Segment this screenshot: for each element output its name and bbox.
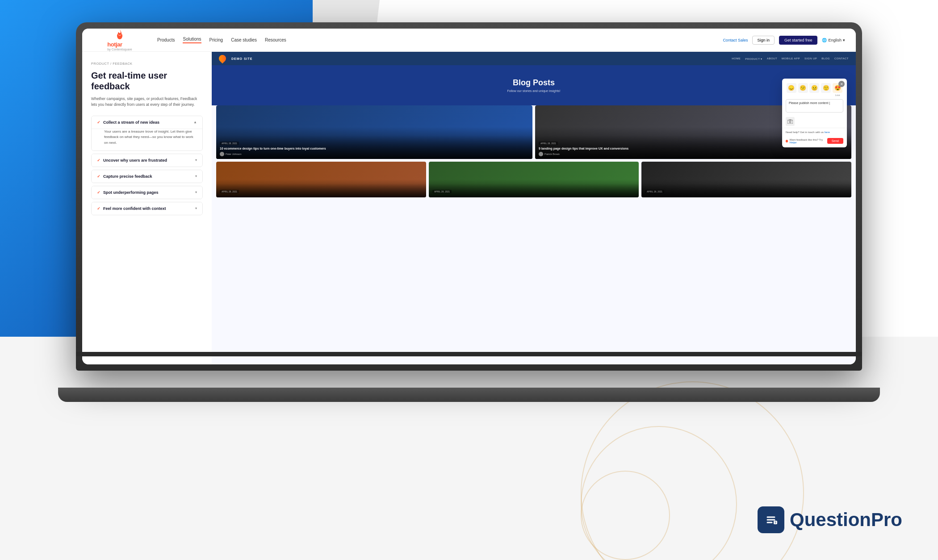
blog-author-name-2: Patrick Brown: [544, 153, 560, 155]
qp-icon: ?: [758, 506, 784, 533]
nav-solutions[interactable]: Solutions: [183, 37, 201, 43]
acc-title-5: ✓ Feel more confident with context: [97, 206, 166, 211]
blog-card-overlay-5: APRIL 28, 2021: [641, 184, 851, 197]
demo-nav-contact[interactable]: CONTACT: [834, 57, 849, 60]
demo-nav-signup[interactable]: SIGN UP: [804, 57, 817, 60]
svg-text:?: ?: [775, 521, 776, 524]
site-nav: hotjar by Contentsquare Products Solutio…: [82, 29, 856, 52]
check-icon-5: ✓: [97, 206, 100, 211]
emoji-item-2: 😕: [798, 83, 808, 96]
acc-chevron-5: ▾: [195, 206, 197, 210]
demo-logo: DEMO SITE: [219, 55, 253, 62]
nav-links: Products Solutions Pricing Case studies …: [157, 37, 723, 43]
get-started-btn[interactable]: Get started free: [779, 36, 818, 45]
laptop-base: [58, 388, 880, 402]
acc-title-3: ✓ Capture precise feedback: [97, 174, 152, 179]
nav-pricing[interactable]: Pricing: [209, 38, 223, 42]
qp-brand-text: QuestionPro: [790, 509, 902, 531]
blog-hero-title: Blog Posts: [513, 78, 555, 88]
laptop-hinge: [76, 352, 862, 356]
demo-nav-home[interactable]: HOME: [732, 57, 741, 60]
blog-row-small: APRIL 28, 2021 APRIL 28, 2021: [212, 159, 856, 200]
blog-card-author-1: Peter Johnson: [220, 152, 529, 156]
popup-send-row: Want feedback like this? Try Hotjar Send: [782, 136, 847, 147]
acc-header-2[interactable]: ✓ Uncover why users are frustrated ▾: [92, 154, 202, 167]
blog-card-5: APRIL 28, 2021: [641, 162, 851, 197]
hotjar-sub: by Contentsquare: [107, 48, 132, 51]
demo-nav-links: HOME PRODUCT ▾ ABOUT MOBILE APP SIGN UP …: [732, 57, 849, 60]
blog-card-author-2: Patrick Brown: [539, 152, 848, 156]
nav-right: Contact Sales Sign in Get started free 🌐…: [723, 36, 845, 45]
acc-body-1: Your users are a treasure trove of insig…: [92, 129, 202, 150]
blog-card-overlay-1: APRIL 28, 2021 10 ecommerce design tips …: [216, 135, 532, 159]
site-content: PRODUCT / FEEDBACK Get real-time user fe…: [82, 52, 856, 364]
content-left: PRODUCT / FEEDBACK Get real-time user fe…: [82, 52, 212, 364]
nav-resources[interactable]: Resources: [265, 38, 286, 42]
blog-row-large: APRIL 28, 2021 10 ecommerce design tips …: [212, 105, 856, 159]
popup-close-btn[interactable]: ✕: [838, 81, 845, 87]
blog-date-1: APRIL 28, 2021: [220, 142, 239, 145]
acc-label-2: Uncover why users are frustrated: [103, 158, 167, 163]
blog-card-1: APRIL 28, 2021 10 ecommerce design tips …: [216, 105, 532, 159]
acc-title-4: ✓ Spot underperforming pages: [97, 190, 159, 195]
emoji-love-label: Love: [835, 94, 840, 96]
demo-nav-blog[interactable]: BLOG: [821, 57, 830, 60]
emoji-happy[interactable]: 🙂: [821, 83, 831, 93]
content-right: DEMO SITE HOME PRODUCT ▾ ABOUT MOBILE AP…: [212, 52, 856, 364]
demo-site-name: DEMO SITE: [231, 57, 253, 60]
emoji-item-3: 😐: [809, 83, 819, 96]
svg-rect-3: [787, 120, 793, 124]
acc-title-2: ✓ Uncover why users are frustrated: [97, 158, 167, 163]
acc-label-3: Capture precise feedback: [103, 174, 152, 179]
demo-nav-mobile[interactable]: MOBILE APP: [782, 57, 800, 60]
blog-card-title-1: 10 ecommerce design tips to turn one-tim…: [220, 146, 529, 150]
acc-header-5[interactable]: ✓ Feel more confident with context ▾: [92, 202, 202, 215]
popup-textarea[interactable]: Please publish more content |: [786, 99, 843, 113]
accordion-item-5: ✓ Feel more confident with context ▾: [91, 202, 203, 215]
check-icon-2: ✓: [97, 158, 100, 163]
screenshot-btn[interactable]: [786, 117, 795, 126]
try-hotjar-link[interactable]: Hotjar: [789, 141, 796, 144]
blog-date-5: APRIL 28, 2021: [645, 190, 664, 193]
emoji-unhappy[interactable]: 😕: [798, 83, 808, 93]
popup-send-btn[interactable]: Send: [827, 138, 843, 144]
accordion-item-1: ✓ Collect a stream of new ideas ▲ Your u…: [91, 116, 203, 151]
powered-text: Want feedback like this? Try Hotjar: [789, 138, 827, 144]
powered-dot: [786, 140, 788, 142]
check-icon-1: ✓: [97, 120, 100, 125]
acc-header-3[interactable]: ✓ Capture precise feedback ▾: [92, 170, 202, 183]
blog-card-overlay-3: APRIL 28, 2021: [216, 184, 426, 197]
emoji-sad[interactable]: 😞: [787, 83, 796, 93]
lang-label: English: [828, 38, 842, 42]
demo-nav-about[interactable]: ABOUT: [767, 57, 777, 60]
acc-label-1: Collect a stream of new ideas: [103, 120, 159, 125]
page-desc: Whether campaigns, site pages, or produc…: [91, 96, 203, 108]
signin-btn[interactable]: Sign in: [752, 36, 775, 45]
contact-sales-btn[interactable]: Contact Sales: [723, 38, 748, 42]
acc-header-1[interactable]: ✓ Collect a stream of new ideas ▲: [92, 116, 202, 129]
popup-help-link[interactable]: here: [825, 131, 830, 134]
emoji-neutral[interactable]: 😐: [809, 83, 819, 93]
laptop-screen: hotjar by Contentsquare Products Solutio…: [82, 29, 856, 364]
blog-date-4: APRIL 28, 2021: [432, 190, 452, 193]
check-icon-4: ✓: [97, 190, 100, 195]
nav-case-studies[interactable]: Case studies: [231, 38, 257, 42]
demo-nav-product[interactable]: PRODUCT ▾: [745, 57, 762, 60]
demo-nav: DEMO SITE HOME PRODUCT ▾ ABOUT MOBILE AP…: [212, 52, 856, 65]
lang-btn[interactable]: 🌐 English ▾: [822, 38, 845, 42]
acc-label-5: Feel more confident with context: [103, 206, 166, 211]
page-title: Get real-time user feedback: [91, 70, 203, 92]
deco-circle-3: [581, 471, 670, 560]
feedback-popup: ✕ 😞 😕 😐: [782, 79, 847, 147]
emoji-item-4: 🙂: [821, 83, 831, 96]
check-icon-3: ✓: [97, 174, 100, 179]
acc-title-1: ✓ Collect a stream of new ideas: [97, 120, 159, 125]
questionpro-logo: ? QuestionPro: [758, 506, 902, 533]
blog-hero: Blog Posts Follow our stories and unique…: [212, 65, 856, 105]
breadcrumb: PRODUCT / FEEDBACK: [91, 62, 203, 66]
acc-chevron-2: ▾: [195, 158, 197, 162]
nav-products[interactable]: Products: [157, 38, 175, 42]
hotjar-name: hotjar: [107, 41, 132, 48]
blog-card-overlay-4: APRIL 28, 2021: [429, 184, 639, 197]
acc-header-4[interactable]: ✓ Spot underperforming pages ▾: [92, 186, 202, 199]
